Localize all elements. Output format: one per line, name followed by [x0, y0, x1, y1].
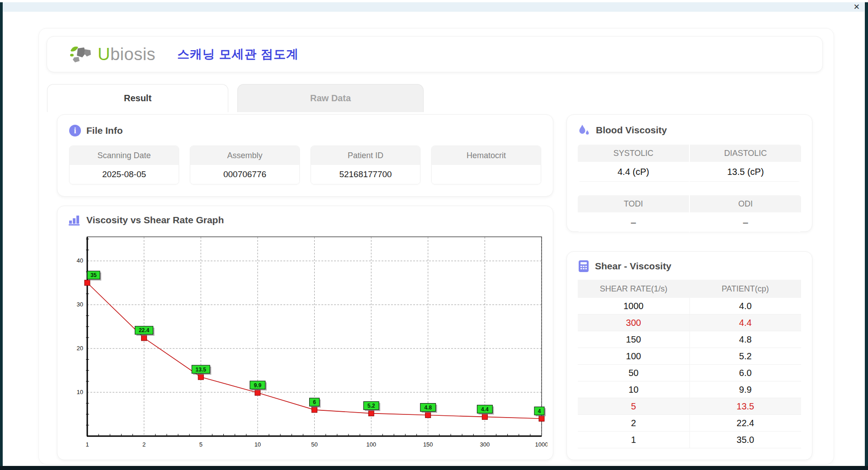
data-point-label: 4 — [538, 408, 541, 414]
svg-text:10: 10 — [255, 441, 261, 448]
header-card: Ubiosis 스캐닝 모세관 점도계 — [47, 36, 823, 72]
close-icon[interactable]: ✕ — [854, 2, 860, 12]
table-header-row: SYSTOLICDIASTOLIC — [578, 145, 801, 162]
file-info-title-text: File Info — [86, 125, 123, 136]
field-value: 000706776 — [190, 165, 299, 184]
field-value — [432, 165, 541, 184]
column-header: SYSTOLIC — [578, 145, 689, 162]
shear-rate-value: 1 — [578, 432, 689, 448]
blood-viscosity-tables: SYSTOLICDIASTOLIC4.4 (cP)13.5 (cP)TODIOD… — [578, 145, 801, 232]
tab-result[interactable]: Result — [47, 84, 228, 112]
shear-rate-value: 150 — [578, 331, 689, 348]
table-row: 222.4 — [578, 415, 801, 432]
graph-title-text: Viscosity vs Shear Rate Graph — [86, 215, 224, 226]
data-point-label: 9.9 — [254, 382, 262, 389]
file-info-field: Assembly000706776 — [190, 146, 300, 184]
patient-viscosity-value: 13.5 — [689, 398, 802, 414]
tab-raw-data[interactable]: Raw Data — [237, 84, 424, 112]
patient-viscosity-value: 9.9 — [689, 381, 802, 398]
file-info-field: Patient ID52168177700 — [311, 146, 420, 184]
column-header: TODI — [578, 195, 689, 212]
viscosity-chart: 10203040125105010015030010003522.413.59.… — [68, 230, 542, 458]
blood-viscosity-table: SYSTOLICDIASTOLIC4.4 (cP)13.5 (cP) — [578, 145, 801, 182]
table-value-row: –– — [578, 212, 801, 232]
brand-logo: Ubiosis — [69, 44, 156, 65]
graph-title: Viscosity vs Shear Rate Graph — [68, 214, 542, 226]
svg-text:300: 300 — [480, 441, 490, 448]
data-point-label: 22.4 — [139, 327, 150, 334]
x-axis-labels: 12510501001503001000 — [85, 441, 547, 448]
table-gap — [578, 182, 801, 187]
data-point-label: 5.2 — [368, 403, 375, 409]
patient-viscosity-value: 22.4 — [689, 415, 802, 431]
table-header-row: TODIODI — [578, 195, 801, 212]
file-info-field: Hematocrit — [431, 146, 541, 184]
blood-viscosity-card: Blood Viscosity SYSTOLICDIASTOLIC4.4 (cP… — [566, 114, 812, 232]
blood-viscosity-table: TODIODI–– — [578, 195, 801, 232]
svg-text:150: 150 — [423, 441, 433, 448]
page-title: 스캐닝 모세관 점도계 — [177, 46, 299, 62]
shear-rate-value: 2 — [578, 415, 689, 431]
blood-viscosity-title: Blood Viscosity — [578, 124, 801, 136]
field-label: Hematocrit — [432, 146, 541, 165]
field-label: Patient ID — [311, 146, 420, 165]
patient-viscosity-value: 35.0 — [689, 432, 802, 448]
data-point-marker — [539, 416, 544, 421]
file-info-title: i File Info — [69, 125, 541, 136]
blood-drop-icon — [578, 124, 590, 136]
data-point-label: 4.8 — [424, 404, 432, 411]
svg-text:100: 100 — [366, 441, 376, 448]
column-header: ODI — [689, 195, 801, 212]
data-point-marker — [312, 407, 317, 413]
table-value: 4.4 (cP) — [578, 162, 689, 182]
table-value: – — [689, 212, 801, 232]
data-point-label: 13.5 — [196, 367, 207, 373]
patient-viscosity-value: 4.0 — [689, 298, 802, 314]
window-border-right — [865, 2, 868, 466]
brand-name: Ubiosis — [98, 45, 156, 64]
field-value: 52168177700 — [311, 165, 420, 184]
field-value: 2025-08-05 — [70, 165, 179, 184]
table-row: 1005.2 — [578, 348, 801, 365]
shear-viscosity-card: Shear - Viscosity SHEAR RATE(1/s)PATIENT… — [566, 251, 812, 460]
y-axis-labels: 10203040 — [77, 257, 83, 395]
table-row: 135.0 — [578, 432, 801, 448]
table-value-row: 4.4 (cP)13.5 (cP) — [578, 162, 801, 182]
blood-viscosity-title-text: Blood Viscosity — [596, 125, 667, 136]
column-header: PATIENT(cp) — [689, 280, 801, 298]
graph-card: Viscosity vs Shear Rate Graph 1020304012… — [57, 206, 553, 460]
svg-text:10: 10 — [77, 389, 83, 395]
svg-text:1: 1 — [85, 441, 89, 448]
table-row: 3004.4 — [578, 315, 801, 331]
table-row: 10004.0 — [578, 298, 801, 315]
data-point-marker — [142, 335, 147, 341]
data-point-marker — [425, 412, 431, 418]
svg-text:30: 30 — [77, 301, 83, 308]
shear-rate-value: 300 — [578, 315, 689, 331]
shear-viscosity-title: Shear - Viscosity — [578, 260, 801, 273]
shear-viscosity-title-text: Shear - Viscosity — [595, 261, 671, 272]
tab-bar: ResultRaw Data — [47, 84, 424, 112]
window-border-left — [0, 2, 3, 466]
data-point-marker — [255, 390, 260, 395]
shear-rate-value: 1000 — [578, 298, 689, 314]
shear-rate-value: 100 — [578, 348, 689, 364]
patient-viscosity-value: 6.0 — [689, 365, 802, 381]
window-titlebar: ✕ — [3, 2, 864, 12]
data-point-label: 4.4 — [481, 406, 489, 413]
svg-text:5: 5 — [199, 441, 203, 448]
column-header: SHEAR RATE(1/s) — [578, 280, 689, 298]
file-info-card: i File Info Scanning Date2025-08-05Assem… — [57, 114, 553, 197]
data-point-label: 6 — [313, 399, 316, 405]
patient-viscosity-value: 5.2 — [689, 348, 802, 364]
table-row: 109.9 — [578, 381, 801, 398]
app-window: ✕ Ubiosis 스캐닝 모세관 점도계 ResultRaw Data i F… — [0, 0, 868, 470]
table-row: 506.0 — [578, 365, 801, 381]
svg-text:2: 2 — [142, 441, 146, 448]
patient-viscosity-value: 4.4 — [689, 315, 802, 331]
table-value: 13.5 (cP) — [689, 162, 801, 182]
calculator-icon — [578, 260, 590, 273]
info-icon: i — [69, 125, 81, 136]
table-header-row: SHEAR RATE(1/s)PATIENT(cp) — [578, 280, 801, 298]
svg-text:20: 20 — [77, 345, 83, 352]
